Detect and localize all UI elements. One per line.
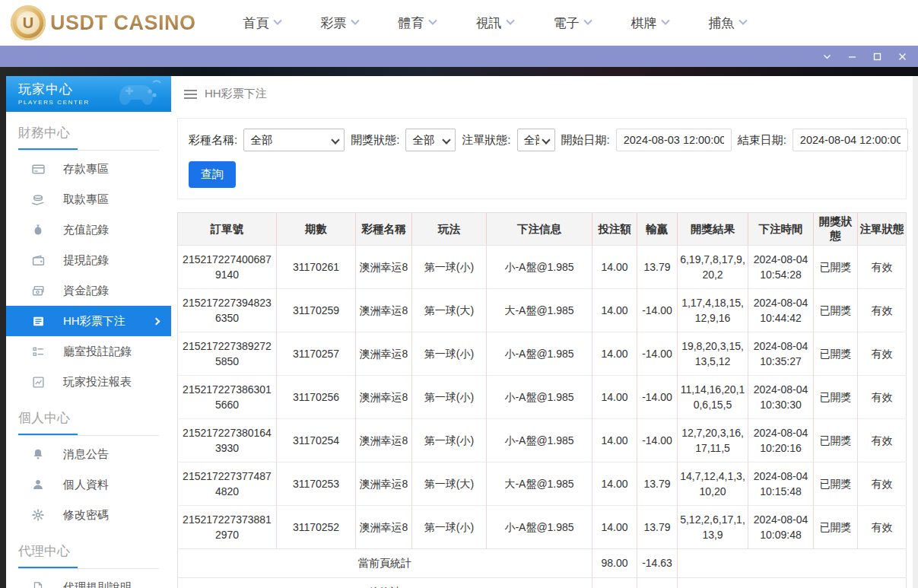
chevron-down-icon — [351, 17, 359, 25]
table-cell: 14.00 — [592, 506, 637, 549]
table-row: 215217227394823635031170259澳洲幸运8第一球(大)大-… — [178, 289, 907, 332]
order-status-select[interactable]: 全部 — [517, 129, 555, 151]
table-cell: 有效 — [858, 289, 907, 332]
bets-table: 訂單號期數彩種名稱玩法下注信息投注額輸贏開獎結果下注時間開獎狀態注單狀態 215… — [177, 212, 907, 588]
section-divider — [18, 434, 159, 436]
sidebar-item-廳室投註記錄[interactable]: 廳室投註記錄 — [6, 336, 171, 367]
nav-item-label: 電子 — [554, 14, 580, 32]
table-cell: 2024-08-04 10:30:30 — [748, 376, 814, 419]
lottery-name-select[interactable]: 全部 — [243, 129, 345, 151]
table-cell: 澳洲幸运8 — [356, 419, 412, 462]
bell-icon — [31, 447, 45, 461]
table-cell: 大-A盤@1.985 — [487, 289, 592, 332]
draw-status-select[interactable]: 全部 — [405, 129, 456, 151]
table-cell: 13.79 — [637, 506, 678, 549]
sidebar-item-HH彩票下注[interactable]: HH彩票下注 — [6, 306, 171, 336]
table-row: 215217227389272585031170257澳洲幸运8第一球(小)小-… — [178, 332, 907, 376]
nav-item-label: 棋牌 — [631, 14, 657, 32]
sidebar-item-修改密碼[interactable]: 修改密碼 — [6, 500, 171, 530]
summary-winloss-total: -14.63 — [637, 549, 678, 578]
sidebar-item-資金記錄[interactable]: 資金記錄 — [6, 275, 171, 306]
table-cell: 第一球(小) — [412, 419, 487, 462]
column-header: 注單狀態 — [858, 213, 907, 246]
table-row: 215217227377487482031170253澳洲幸运8第一球(大)大-… — [178, 462, 907, 506]
table-cell: 第一球(大) — [412, 289, 487, 332]
table-cell: 小-A盤@1.985 — [487, 332, 592, 376]
nav-item-4[interactable]: 電子 — [554, 14, 591, 32]
nav-item-0[interactable]: 首頁 — [243, 14, 281, 32]
sidebar-item-提現記錄[interactable]: 提現記錄 — [6, 245, 171, 275]
table-cell: 31170253 — [277, 462, 356, 506]
sidebar-item-充值記錄[interactable]: 充值記錄 — [6, 215, 171, 245]
sidebar-section-heading: 財務中心 — [18, 124, 171, 141]
chevron-down-icon — [739, 17, 747, 25]
nav-item-1[interactable]: 彩票 — [321, 14, 358, 32]
document-icon — [31, 580, 45, 588]
chevron-down-icon — [273, 17, 281, 25]
table-cell: 19,8,20,3,15,13,5,12 — [678, 332, 748, 376]
menu-toggle-icon[interactable] — [184, 90, 197, 99]
table-cell: 2024-08-04 10:35:27 — [748, 332, 814, 376]
search-button[interactable]: 查詢 — [189, 161, 236, 188]
nav-item-label: 彩票 — [321, 14, 347, 32]
table-cell: 2152172273738812970 — [178, 506, 277, 549]
sidebar-item-label: 存款專區 — [63, 162, 109, 176]
nav-item-5[interactable]: 棋牌 — [631, 14, 669, 32]
sidebar-item-代理規則說明[interactable]: 代理規則說明 — [6, 572, 171, 588]
table-cell: 已開獎 — [814, 419, 858, 462]
column-header: 投注額 — [592, 213, 637, 246]
chevron-down-icon — [428, 17, 437, 25]
table-cell: 第一球(大) — [412, 462, 487, 506]
nav-item-label: 捕魚 — [709, 14, 735, 32]
start-date-input[interactable] — [616, 129, 732, 151]
scrollbar[interactable] — [913, 76, 918, 588]
table-cell: 5,12,2,6,17,1,13,9 — [678, 506, 748, 549]
table-cell: 已開獎 — [814, 289, 858, 332]
column-header: 期數 — [277, 213, 356, 246]
chevron-down-icon[interactable] — [822, 52, 832, 62]
moneybag-icon — [31, 223, 45, 237]
close-icon[interactable] — [897, 52, 907, 62]
table-cell: 14,7,12,4,1,3,10,20 — [678, 462, 748, 506]
gamepad-icon — [116, 79, 164, 110]
nav-item-2[interactable]: 體育 — [399, 14, 436, 32]
sidebar-item-玩家投注報表[interactable]: 玩家投注報表 — [6, 367, 171, 397]
table-cell: -14.00 — [637, 376, 678, 419]
nav-item-label: 體育 — [399, 14, 424, 32]
table-cell: 澳洲幸运8 — [356, 289, 412, 332]
table-cell: 澳洲幸运8 — [356, 506, 412, 549]
minimize-icon[interactable] — [847, 52, 857, 62]
table-cell: 14.00 — [592, 419, 637, 462]
table-cell: 2152172273774874820 — [178, 462, 277, 506]
summary-label: 總統計 — [178, 578, 592, 588]
sidebar-item-label: 代理規則說明 — [63, 580, 132, 588]
column-header: 下注信息 — [487, 213, 592, 246]
summary-label: 當前頁統計 — [178, 549, 592, 578]
table-cell: 12,7,20,3,16,17,11,5 — [678, 419, 748, 462]
section-divider — [18, 148, 159, 151]
chevron-down-icon — [506, 17, 514, 25]
table-cell: 有效 — [858, 246, 907, 289]
table-cell: 1,17,4,18,15,12,9,16 — [678, 289, 748, 332]
funds-icon — [31, 284, 45, 297]
sidebar-item-消息公告[interactable]: 消息公告 — [6, 439, 171, 469]
nav-item-3[interactable]: 視訊 — [476, 14, 513, 32]
table-cell: 已開獎 — [814, 506, 858, 549]
app-window: 玩家中心 PLAYERS CENTER 財務中心存款專區取款專區充值記錄提現記錄… — [0, 67, 918, 588]
table-cell: 已開獎 — [814, 246, 858, 289]
end-date-input[interactable] — [793, 129, 908, 151]
table-cell: 第一球(小) — [412, 506, 487, 549]
gear-icon — [31, 508, 45, 522]
column-header: 下注時間 — [748, 213, 814, 246]
nav-item-6[interactable]: 捕魚 — [709, 14, 746, 32]
summary-bet-total: 98.00 — [592, 578, 637, 588]
sidebar-item-取款專區[interactable]: 取款專區 — [6, 184, 171, 215]
table-cell: 有效 — [858, 332, 907, 376]
maximize-icon[interactable] — [872, 52, 882, 62]
sidebar-item-個人資料[interactable]: 個人資料 — [6, 469, 171, 500]
brand-logo[interactable]: U USDT CASINO — [11, 5, 196, 40]
sidebar-item-存款專區[interactable]: 存款專區 — [6, 154, 171, 184]
page-title: HH彩票下注 — [205, 87, 267, 101]
summary-bet-total: 98.00 — [592, 549, 637, 578]
sidebar-section-heading: 代理中心 — [18, 542, 171, 560]
